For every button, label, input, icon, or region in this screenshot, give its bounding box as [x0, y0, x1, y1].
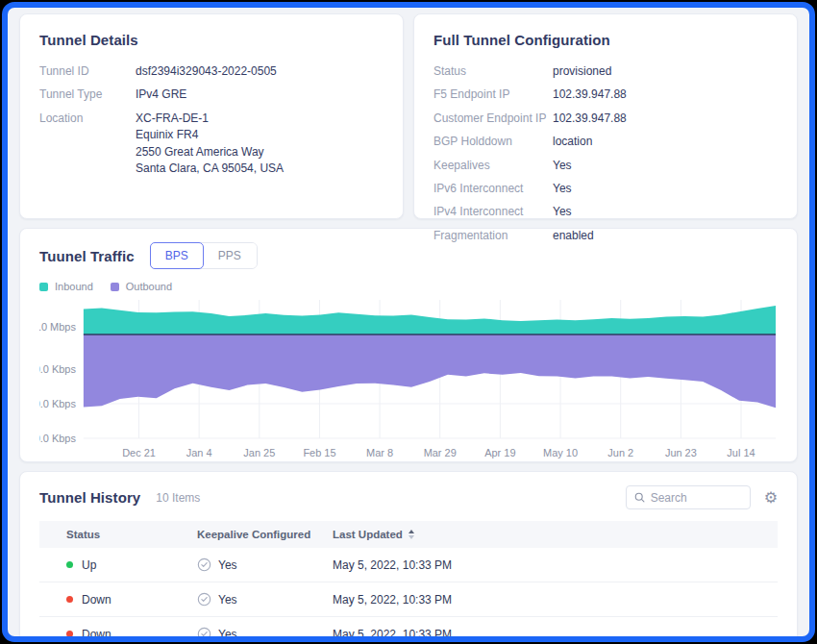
- keepalive-cell: Yes: [197, 557, 333, 572]
- svg-text:0.0 Mbps: 0.0 Mbps: [39, 321, 76, 333]
- table-row: Up Yes May 5, 2022, 10:33 PM: [39, 548, 778, 582]
- svg-text:Mar 29: Mar 29: [424, 447, 457, 458]
- tunnel-traffic-card: Tuunel Traffic BPS PPS Inbound Outbound …: [19, 228, 798, 462]
- status-down-dot-icon: [66, 596, 73, 603]
- status-down-dot-icon: [66, 631, 73, 637]
- config-label: IPv6 Interconnect: [433, 181, 549, 197]
- status-cell: Up: [66, 558, 197, 572]
- check-circle-icon: [197, 627, 211, 641]
- history-search[interactable]: [626, 485, 751, 509]
- location-line: Equinix FR4: [136, 127, 384, 143]
- history-title: Tunnel History: [39, 489, 140, 506]
- chart-legend: Inbound Outbound: [39, 281, 778, 292]
- last-updated-text: May 5, 2022, 10:33 PM: [333, 628, 778, 641]
- config-value: 102.39.947.88: [553, 111, 778, 127]
- tunnel-config-card: Full Tunnel Configuration Status provisi…: [413, 13, 798, 219]
- search-input[interactable]: [651, 491, 742, 505]
- tunnel-config-title: Full Tunnel Configuration: [433, 32, 778, 48]
- keepalive-cell: Yes: [197, 627, 333, 641]
- gear-icon[interactable]: ⚙: [764, 490, 778, 506]
- config-label: Fragmentation: [433, 228, 549, 244]
- inbound-swatch-icon: [39, 283, 48, 291]
- config-label: Status: [433, 63, 549, 80]
- tunnel-history-card: Tunnel History 10 Items ⚙ Status Keepali…: [19, 471, 798, 642]
- location-value: XC-FRA-DE-1 Equinix FR4 2550 Great Ameri…: [136, 111, 384, 178]
- dashboard-window: Tunnel Details Tunnel ID dsf2394i329043-…: [2, 2, 815, 642]
- tunnel-id-label: Tunnel ID: [39, 63, 132, 80]
- location-label: Location: [39, 111, 132, 178]
- config-value: enabled: [553, 228, 778, 244]
- svg-text:Feb 15: Feb 15: [303, 447, 335, 458]
- svg-text:Jul 14: Jul 14: [727, 447, 755, 458]
- history-header: Tunnel History 10 Items ⚙: [39, 485, 778, 509]
- status-up-dot-icon: [66, 561, 73, 568]
- svg-text:Dec 21: Dec 21: [122, 447, 156, 458]
- tunnel-details-card: Tunnel Details Tunnel ID dsf2394i329043-…: [19, 13, 404, 219]
- keepalive-text: Yes: [218, 628, 237, 641]
- svg-text:Jan 4: Jan 4: [186, 447, 212, 458]
- tunnel-type-value: IPv4 GRE: [136, 87, 384, 103]
- config-label: IPv4 Interconnect: [433, 204, 549, 220]
- sort-icon: [408, 530, 414, 539]
- check-circle-icon: [197, 557, 211, 572]
- status-text: Up: [82, 558, 96, 572]
- tunnel-type-label: Tunnel Type: [39, 87, 132, 103]
- tunnel-details-title: Tunnel Details: [39, 32, 384, 48]
- legend-outbound-label: Outbound: [126, 281, 172, 292]
- svg-text:Jun 2: Jun 2: [607, 447, 633, 458]
- config-value: 102.39.947.88: [553, 87, 778, 103]
- svg-text:Mar 8: Mar 8: [366, 447, 393, 458]
- status-cell: Down: [66, 628, 197, 641]
- col-last-updated[interactable]: Last Updated: [333, 529, 778, 540]
- search-icon: [634, 491, 645, 504]
- traffic-header: Tuunel Traffic BPS PPS: [39, 242, 778, 269]
- status-text: Down: [82, 593, 111, 607]
- location-line: Santa Clara, CA 95054, USA: [136, 161, 384, 177]
- svg-text:Jun 23: Jun 23: [665, 447, 697, 458]
- config-label: BGP Holddown: [433, 134, 549, 150]
- config-value: provisioned: [553, 63, 778, 80]
- top-cards-row: Tunnel Details Tunnel ID dsf2394i329043-…: [19, 13, 798, 219]
- legend-inbound-label: Inbound: [55, 281, 93, 292]
- tunnel-id-value: dsf2394i329043-2022-0505: [136, 63, 384, 80]
- config-value: location: [553, 134, 778, 150]
- table-row: Down Yes May 5, 2022, 10:33 PM: [39, 617, 778, 642]
- status-cell: Down: [66, 593, 197, 607]
- keepalive-text: Yes: [218, 558, 237, 572]
- outbound-swatch-icon: [111, 283, 119, 291]
- legend-item-inbound: Inbound: [39, 281, 93, 292]
- bps-button[interactable]: BPS: [150, 242, 204, 269]
- legend-item-outbound: Outbound: [111, 281, 172, 292]
- last-updated-text: May 5, 2022, 10:33 PM: [333, 558, 778, 572]
- config-value: Yes: [553, 181, 778, 197]
- svg-text:30.0 Kbps: 30.0 Kbps: [39, 433, 76, 444]
- config-value: Yes: [553, 158, 778, 174]
- config-label: F5 Endpoint IP: [433, 87, 549, 103]
- col-keepalive: Keepalive Configured: [197, 529, 333, 540]
- pps-button[interactable]: PPS: [203, 243, 257, 268]
- keepalive-cell: Yes: [197, 592, 333, 607]
- bps-pps-toggle: BPS PPS: [150, 242, 258, 269]
- config-value: Yes: [553, 204, 778, 220]
- traffic-area-chart: 0.0 Mbps10.0 Kbps20.0 Kbps30.0 KbpsDec 2…: [39, 296, 778, 461]
- svg-text:May 10: May 10: [543, 447, 578, 458]
- col-status: Status: [66, 529, 197, 540]
- history-table-header: Status Keepalive Configured Last Updated: [39, 521, 778, 548]
- check-circle-icon: [197, 592, 211, 607]
- status-text: Down: [82, 628, 111, 641]
- keepalive-text: Yes: [218, 593, 237, 607]
- config-label: Customer Endpoint IP: [433, 111, 549, 127]
- svg-text:Jan 25: Jan 25: [243, 447, 275, 458]
- svg-text:Apr 19: Apr 19: [484, 447, 515, 458]
- table-row: Down Yes May 5, 2022, 10:33 PM: [39, 582, 778, 617]
- traffic-title: Tuunel Traffic: [39, 248, 135, 264]
- config-label: Keepalives: [433, 158, 549, 174]
- svg-text:10.0 Kbps: 10.0 Kbps: [39, 363, 76, 375]
- location-line: XC-FRA-DE-1: [136, 111, 384, 127]
- svg-text:20.0 Kbps: 20.0 Kbps: [39, 398, 76, 409]
- tunnel-config-fields: Status provisioned F5 Endpoint IP 102.39…: [433, 63, 778, 244]
- last-updated-text: May 5, 2022, 10:33 PM: [333, 593, 778, 607]
- items-count: 10 Items: [156, 491, 200, 505]
- tunnel-details-fields: Tunnel ID dsf2394i329043-2022-0505 Tunne…: [39, 63, 384, 177]
- location-line: 2550 Great America Way: [136, 144, 384, 161]
